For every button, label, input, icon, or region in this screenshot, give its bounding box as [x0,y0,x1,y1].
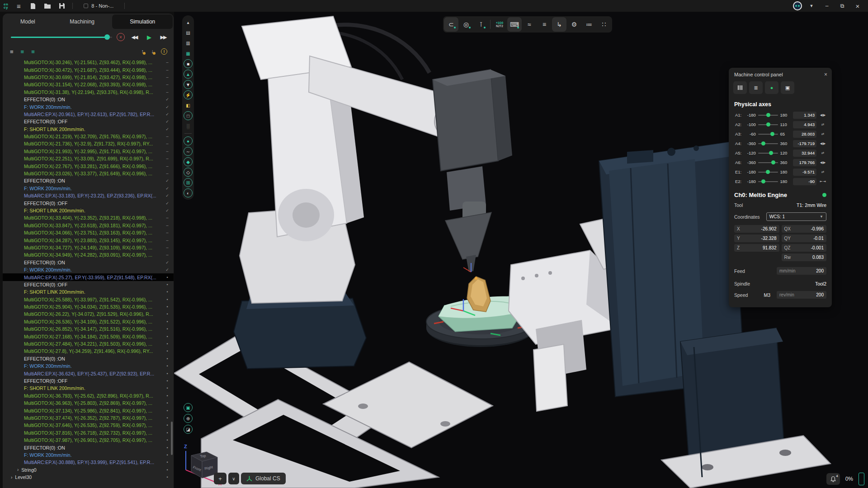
expander-chevron-icon[interactable]: › [11,475,12,480]
goto-current-row-icon[interactable]: ≡ [21,49,24,55]
axis-slider-thumb[interactable] [766,113,770,117]
axis-jog-icon[interactable]: ⇄ [819,151,827,155]
save-icon[interactable] [58,2,66,10]
caliper-icon[interactable]: ⊺ [474,17,488,32]
axis-slider[interactable] [758,115,778,116]
program-row[interactable]: MultiGOTO:X(-30.472), Y(-21.687), Z(93.4… [3,66,174,73]
program-row[interactable]: EFFECTOR(0) :ON• [3,444,174,451]
axis-slider[interactable] [758,143,778,144]
axis-jog-icon[interactable]: ◀▶ [819,141,827,145]
mesh-hatch-icon[interactable]: ░ [184,122,193,131]
program-row[interactable]: ›Level30• [3,474,174,481]
list-menu-icon[interactable]: ≡ [10,49,14,55]
program-row[interactable]: MultiGOTO:X(-37.646), Y(-26.535), Z(92.7… [3,422,174,429]
program-row[interactable]: MultiGOTO:X(-36.793), Y(-25.62), Z(92.89… [3,392,174,399]
program-row[interactable]: MultiGOTO:X(-34.287), Y(-23.883), Z(93.1… [3,236,174,244]
open-folder-icon[interactable] [43,2,52,10]
stop-button[interactable]: × [117,33,125,41]
axis-slider[interactable] [758,124,778,125]
axis-value-field[interactable]: -179.719 [793,140,816,147]
axis-slider-thumb[interactable] [771,160,775,164]
axis-value-field[interactable]: -9.571 [793,169,816,176]
expander-chevron-icon[interactable]: › [17,467,19,472]
program-row[interactable]: MultiGOTO:X(-27.8), Y(-34.259), Z(91.496… [3,347,174,355]
viewport-3d[interactable]: ⊂◎⊺+1G0N2T2⌨≈≡↳⚙≔∷ ▴▤▥▦■▲▼⚡◧□░●∼◆◇⊞◐ ▣⊕◪… [174,12,868,488]
program-row[interactable]: MultiGOTO:X(-37.816), Y(-26.718), Z(92.7… [3,429,174,436]
document-tab[interactable]: 8 - Non-... [79,0,118,12]
axis-slider[interactable] [758,181,778,182]
part-icon[interactable]: ◧ [184,101,193,110]
trace-path-icon[interactable]: ↳ [552,17,566,32]
surface-toggle-icon[interactable]: ◆ [184,157,193,166]
save-state-icon[interactable]: ▣ [781,81,794,94]
axis-jog-icon[interactable]: ⇤⇥ [819,179,827,183]
shell-toggle-icon[interactable]: ◇ [184,168,193,177]
coord-field-qx[interactable]: QX-0.996 [782,225,827,233]
workpiece-visibility-icon[interactable]: ■ [184,59,193,68]
notifications-button[interactable]: 4 [826,473,840,485]
axes-sliders-icon[interactable]: ≣ [749,81,763,94]
program-row[interactable]: MultiGOTO:X(-23.026), Y(-33.377), Z(91.6… [3,170,174,177]
program-row[interactable]: F: WORK 200mm/min.• [3,451,174,459]
program-row[interactable]: MultiGOTO:X(-27.168), Y(-34.184), Z(91.5… [3,333,174,340]
cs-dropdown-chevron[interactable]: ∨ [228,473,239,484]
program-row[interactable]: EFFECTOR(0) :ON✓ [3,259,174,266]
list-compact-icon[interactable]: ≡ [31,49,35,55]
program-row[interactable]: MultiARC:EP.X(-30.888), EP.Y(-33.999), E… [3,459,174,466]
snap-magnet-icon[interactable]: ⊂ [444,17,458,32]
forward-button[interactable]: ▶▶ [158,32,168,42]
solid-toggle-icon[interactable]: ◐ [184,188,193,197]
program-row[interactable]: EFFECTOR(0) :OFF• [3,377,174,385]
program-row[interactable]: ›String0• [3,466,174,473]
program-row[interactable]: MultiGOTO:X(-37.987), Y(-26.901), Z(92.7… [3,436,174,444]
layers-icon[interactable]: ≡ [537,17,552,32]
axis-slider[interactable] [758,162,778,163]
program-row[interactable]: MultiGOTO:X(-22.251), Y(-33.09), Z(91.69… [3,155,174,162]
global-cs-button[interactable]: Global CS [241,473,286,484]
main-menu-icon[interactable]: ≡ [14,2,23,10]
program-row[interactable]: EFFECTOR(0) :OFF✓ [3,199,174,206]
apps-grid-icon[interactable]: ∷ [597,17,611,32]
machine-visibility-icon[interactable]: ▤ [184,28,193,37]
fixture-icon[interactable]: □ [184,111,193,120]
account-chevron-icon[interactable]: ▼ [806,1,817,11]
axis-slider-thumb[interactable] [769,151,773,155]
program-row[interactable]: MultiGOTO:X(-26.536), Y(-34.109), Z(91.5… [3,318,174,325]
axis-value-field[interactable]: 4.943 [793,121,816,128]
coord-field-y[interactable]: Y-32.328 [734,235,779,242]
axis-value-field[interactable]: -90 [793,178,816,185]
program-row[interactable]: F: WORK 200mm/min.✓ [3,185,174,192]
document-checkbox[interactable] [84,4,88,8]
filter-lines-icon[interactable]: ≔ [582,17,596,32]
playback-thumb[interactable] [104,34,110,40]
program-row[interactable]: MultiARC:EP.X(-25.27), EP.Y(-33.959), EP… [3,273,174,281]
robot-tool-icon[interactable]: ▲ [184,70,193,79]
rewind-button[interactable]: ◀◀ [129,32,139,42]
program-row[interactable]: MultiGOTO:X(-33.847), Y(-23.618), Z(93.1… [3,222,174,229]
speed-field[interactable]: rev/min 200 [777,291,826,299]
points-toggle-icon[interactable]: ● [184,136,193,145]
axis-jog-icon[interactable]: ◀▶ [819,113,827,117]
coord-field-qz[interactable]: QZ-0.001 [782,244,827,252]
coord-field-z[interactable]: Z91.832 [734,244,779,252]
program-row[interactable]: MultiGOTO:X(-34.066), Y(-23.751), Z(93.1… [3,229,174,236]
program-row[interactable]: MultiGOTO:X(-21.736), Y(-32.9), Z(91.732… [3,140,174,147]
axis-value-field[interactable]: 1.343 [793,112,816,119]
program-row[interactable]: F: SHORT LINK 200mm/min.• [3,288,174,296]
machine-pendant-icon[interactable]: ⌨ [507,17,522,32]
program-row[interactable]: EFFECTOR(0) :ON✓ [3,177,174,184]
program-row[interactable]: EFFECTOR(0) :ON✓ [3,96,174,103]
program-row[interactable]: MultiGOTO:X(-22.767), Y(-33.281), Z(91.6… [3,162,174,169]
playback-slider[interactable] [11,37,112,38]
axis-value-field[interactable]: 28.003 [793,131,816,138]
axis-slider[interactable] [758,172,778,173]
pause-columns-icon[interactable] [733,81,747,94]
program-row[interactable]: MultiARC:EP.X(-33.183), EP.Y(-23.22), EP… [3,192,174,199]
program-row[interactable]: MultiGOTO:X(-26.852), Y(-34.147), Z(91.5… [3,325,174,333]
warning-icon[interactable]: ! [161,48,167,55]
globe-icon[interactable]: ⊕ [184,414,193,423]
program-row[interactable]: EFFECTOR(0) :ON• [3,355,174,362]
program-row[interactable]: F: WORK 200mm/min.✓ [3,103,174,110]
program-row[interactable]: MultiGOTO:X(-25.904), Y(-34.034), Z(91.5… [3,303,174,310]
program-row[interactable]: MultiGOTO:X(-25.588), Y(-33.997), Z(91.5… [3,296,174,303]
